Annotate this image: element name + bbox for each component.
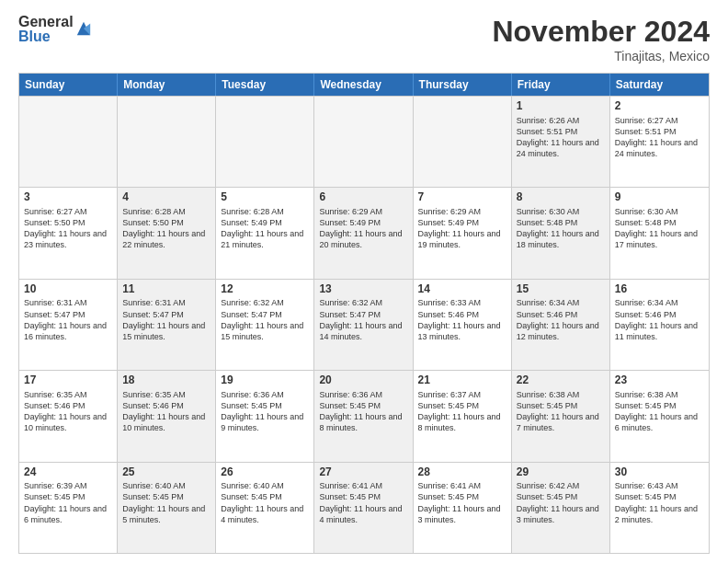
calendar-cell-13: 13Sunrise: 6:32 AMSunset: 5:47 PMDayligh… [314, 280, 413, 370]
cell-info: Sunrise: 6:36 AMSunset: 5:45 PMDaylight:… [319, 389, 407, 434]
day-number: 26 [221, 465, 309, 480]
day-number: 18 [122, 373, 210, 388]
location: Tinajitas, Mexico [492, 49, 710, 63]
calendar-cell-10: 10Sunrise: 6:31 AMSunset: 5:47 PMDayligh… [19, 280, 118, 370]
cell-info: Sunrise: 6:27 AMSunset: 5:51 PMDaylight:… [615, 115, 704, 160]
calendar-cell-empty-2 [216, 97, 314, 187]
day-number: 13 [319, 282, 407, 297]
cell-info: Sunrise: 6:37 AMSunset: 5:45 PMDaylight:… [418, 389, 506, 434]
weekday-header-wednesday: Wednesday [314, 74, 413, 96]
cell-info: Sunrise: 6:41 AMSunset: 5:45 PMDaylight:… [319, 480, 407, 525]
weekday-header-sunday: Sunday [19, 74, 118, 96]
day-number: 16 [615, 282, 704, 297]
cell-info: Sunrise: 6:31 AMSunset: 5:47 PMDaylight:… [24, 297, 112, 342]
cell-info: Sunrise: 6:39 AMSunset: 5:45 PMDaylight:… [24, 480, 112, 525]
logo-blue: Blue [18, 29, 74, 44]
cell-info: Sunrise: 6:29 AMSunset: 5:49 PMDaylight:… [319, 206, 407, 251]
day-number: 27 [319, 465, 407, 480]
month-title: November 2024 [492, 15, 710, 49]
calendar-cell-14: 14Sunrise: 6:33 AMSunset: 5:46 PMDayligh… [414, 280, 512, 370]
calendar-cell-27: 27Sunrise: 6:41 AMSunset: 5:45 PMDayligh… [314, 463, 413, 553]
day-number: 6 [319, 190, 407, 205]
day-number: 30 [615, 465, 704, 480]
cell-info: Sunrise: 6:42 AMSunset: 5:45 PMDaylight:… [517, 480, 605, 525]
calendar-cell-empty-3 [314, 97, 413, 187]
calendar-cell-20: 20Sunrise: 6:36 AMSunset: 5:45 PMDayligh… [314, 371, 413, 461]
calendar-row-1: 3Sunrise: 6:27 AMSunset: 5:50 PMDaylight… [19, 187, 709, 278]
cell-info: Sunrise: 6:28 AMSunset: 5:50 PMDaylight:… [122, 206, 210, 251]
calendar-row-2: 10Sunrise: 6:31 AMSunset: 5:47 PMDayligh… [19, 279, 709, 370]
cell-info: Sunrise: 6:38 AMSunset: 5:45 PMDaylight:… [517, 389, 605, 434]
calendar-cell-12: 12Sunrise: 6:32 AMSunset: 5:47 PMDayligh… [216, 280, 314, 370]
cell-info: Sunrise: 6:26 AMSunset: 5:51 PMDaylight:… [517, 115, 605, 160]
cell-info: Sunrise: 6:29 AMSunset: 5:49 PMDaylight:… [418, 206, 506, 251]
day-number: 24 [24, 465, 112, 480]
calendar-cell-22: 22Sunrise: 6:38 AMSunset: 5:45 PMDayligh… [512, 371, 610, 461]
calendar-cell-6: 6Sunrise: 6:29 AMSunset: 5:49 PMDaylight… [314, 188, 413, 278]
logo-general: General [18, 15, 74, 29]
calendar-cell-29: 29Sunrise: 6:42 AMSunset: 5:45 PMDayligh… [512, 463, 610, 553]
title-block: November 2024 Tinajitas, Mexico [492, 15, 710, 63]
calendar: SundayMondayTuesdayWednesdayThursdayFrid… [18, 73, 710, 554]
cell-info: Sunrise: 6:43 AMSunset: 5:45 PMDaylight:… [615, 480, 704, 525]
cell-info: Sunrise: 6:32 AMSunset: 5:47 PMDaylight:… [221, 297, 309, 342]
day-number: 4 [122, 190, 210, 205]
calendar-header: SundayMondayTuesdayWednesdayThursdayFrid… [19, 74, 709, 96]
cell-info: Sunrise: 6:40 AMSunset: 5:45 PMDaylight:… [221, 480, 309, 525]
calendar-cell-23: 23Sunrise: 6:38 AMSunset: 5:45 PMDayligh… [610, 371, 709, 461]
logo-icon [75, 20, 92, 37]
calendar-row-4: 24Sunrise: 6:39 AMSunset: 5:45 PMDayligh… [19, 462, 709, 553]
day-number: 20 [319, 373, 407, 388]
weekday-header-friday: Friday [512, 74, 610, 96]
day-number: 22 [517, 373, 605, 388]
cell-info: Sunrise: 6:30 AMSunset: 5:48 PMDaylight:… [517, 206, 605, 251]
day-number: 21 [418, 373, 506, 388]
calendar-cell-25: 25Sunrise: 6:40 AMSunset: 5:45 PMDayligh… [118, 463, 216, 553]
weekday-header-thursday: Thursday [414, 74, 512, 96]
calendar-cell-24: 24Sunrise: 6:39 AMSunset: 5:45 PMDayligh… [19, 463, 118, 553]
cell-info: Sunrise: 6:35 AMSunset: 5:46 PMDaylight:… [24, 389, 112, 434]
cell-info: Sunrise: 6:27 AMSunset: 5:50 PMDaylight:… [24, 206, 112, 251]
calendar-cell-28: 28Sunrise: 6:41 AMSunset: 5:45 PMDayligh… [414, 463, 512, 553]
cell-info: Sunrise: 6:30 AMSunset: 5:48 PMDaylight:… [615, 206, 704, 251]
cell-info: Sunrise: 6:35 AMSunset: 5:46 PMDaylight:… [122, 389, 210, 434]
cell-info: Sunrise: 6:34 AMSunset: 5:46 PMDaylight:… [517, 297, 605, 342]
calendar-cell-15: 15Sunrise: 6:34 AMSunset: 5:46 PMDayligh… [512, 280, 610, 370]
day-number: 29 [517, 465, 605, 480]
day-number: 12 [221, 282, 309, 297]
cell-info: Sunrise: 6:41 AMSunset: 5:45 PMDaylight:… [418, 480, 506, 525]
day-number: 14 [418, 282, 506, 297]
calendar-cell-19: 19Sunrise: 6:36 AMSunset: 5:45 PMDayligh… [216, 371, 314, 461]
calendar-cell-8: 8Sunrise: 6:30 AMSunset: 5:48 PMDaylight… [512, 188, 610, 278]
cell-info: Sunrise: 6:40 AMSunset: 5:45 PMDaylight:… [122, 480, 210, 525]
day-number: 3 [24, 190, 112, 205]
calendar-cell-17: 17Sunrise: 6:35 AMSunset: 5:46 PMDayligh… [19, 371, 118, 461]
calendar-cell-empty-4 [414, 97, 512, 187]
weekday-header-saturday: Saturday [610, 74, 709, 96]
calendar-body: 1Sunrise: 6:26 AMSunset: 5:51 PMDaylight… [19, 96, 709, 553]
calendar-cell-16: 16Sunrise: 6:34 AMSunset: 5:46 PMDayligh… [610, 280, 709, 370]
calendar-cell-7: 7Sunrise: 6:29 AMSunset: 5:49 PMDaylight… [414, 188, 512, 278]
day-number: 9 [615, 190, 704, 205]
calendar-cell-21: 21Sunrise: 6:37 AMSunset: 5:45 PMDayligh… [414, 371, 512, 461]
day-number: 7 [418, 190, 506, 205]
day-number: 17 [24, 373, 112, 388]
calendar-cell-9: 9Sunrise: 6:30 AMSunset: 5:48 PMDaylight… [610, 188, 709, 278]
calendar-cell-4: 4Sunrise: 6:28 AMSunset: 5:50 PMDaylight… [118, 188, 216, 278]
day-number: 28 [418, 465, 506, 480]
cell-info: Sunrise: 6:34 AMSunset: 5:46 PMDaylight:… [615, 297, 704, 342]
calendar-cell-empty-1 [118, 97, 216, 187]
calendar-cell-30: 30Sunrise: 6:43 AMSunset: 5:45 PMDayligh… [610, 463, 709, 553]
cell-info: Sunrise: 6:38 AMSunset: 5:45 PMDaylight:… [615, 389, 704, 434]
day-number: 19 [221, 373, 309, 388]
day-number: 5 [221, 190, 309, 205]
day-number: 1 [517, 99, 605, 114]
day-number: 15 [517, 282, 605, 297]
calendar-cell-5: 5Sunrise: 6:28 AMSunset: 5:49 PMDaylight… [216, 188, 314, 278]
cell-info: Sunrise: 6:31 AMSunset: 5:47 PMDaylight:… [122, 297, 210, 342]
cell-info: Sunrise: 6:33 AMSunset: 5:46 PMDaylight:… [418, 297, 506, 342]
calendar-cell-1: 1Sunrise: 6:26 AMSunset: 5:51 PMDaylight… [512, 97, 610, 187]
day-number: 11 [122, 282, 210, 297]
calendar-row-0: 1Sunrise: 6:26 AMSunset: 5:51 PMDaylight… [19, 96, 709, 187]
calendar-cell-18: 18Sunrise: 6:35 AMSunset: 5:46 PMDayligh… [118, 371, 216, 461]
